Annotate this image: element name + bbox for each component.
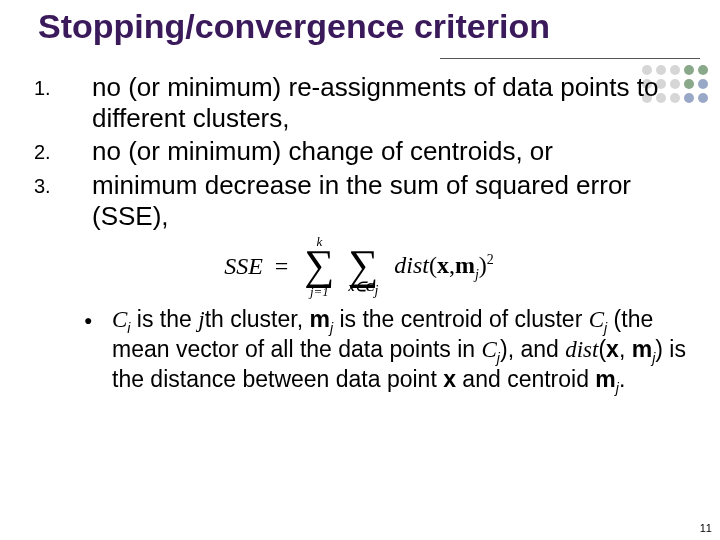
bullet-icon: ●: [84, 306, 112, 396]
list-number: 1.: [28, 72, 92, 136]
list-item: 2. no (or minimum) change of centroids, …: [28, 136, 690, 169]
eq-sum-outer: k ∑ j=1: [304, 248, 334, 286]
list-item: 3. minimum decrease in the sum of square…: [28, 170, 690, 234]
eq-open: (: [429, 252, 437, 278]
eq-power: 2: [487, 252, 494, 267]
list-item: 1. no (or minimum) re-assignments of dat…: [28, 72, 690, 136]
eq-lhs: SSE: [224, 253, 263, 279]
eq-close: ): [479, 252, 487, 278]
list-text: no (or minimum) re-assignments of data p…: [92, 72, 690, 136]
sigma-icon: ∑: [348, 248, 378, 282]
eq-dist: dist: [394, 252, 429, 278]
list-text: minimum decrease in the sum of squared e…: [92, 170, 690, 234]
list-text: no (or minimum) change of centroids, or: [92, 136, 690, 169]
list-number: 2.: [28, 136, 92, 169]
page-title: Stopping/convergence criterion: [38, 8, 690, 45]
eq-sum-inner: ∑ x∈Cj: [348, 248, 378, 286]
eq-sum1-top: k: [304, 234, 334, 250]
eq-arg-m: m: [455, 252, 475, 278]
eq-sum2-bottom: x∈Cj: [348, 279, 378, 299]
list-number: 3.: [28, 170, 92, 234]
bullet-item: ● Ci is the jth cluster, mj is the centr…: [28, 306, 690, 396]
title-underline: [440, 58, 700, 59]
sse-equation: SSE = k ∑ j=1 ∑ x∈Cj dist(x,mj)2: [28, 248, 690, 286]
content-area: 1. no (or minimum) re-assignments of dat…: [28, 72, 690, 396]
eq-arg-x: x: [437, 252, 449, 278]
page-number: 11: [700, 522, 712, 534]
numbered-list: 1. no (or minimum) re-assignments of dat…: [28, 72, 690, 234]
eq-sum1-bottom: j=1: [304, 284, 334, 300]
sigma-icon: ∑: [304, 248, 334, 282]
bullet-text: Ci is the jth cluster, mj is the centroi…: [112, 306, 690, 396]
eq-equals: =: [275, 252, 289, 281]
